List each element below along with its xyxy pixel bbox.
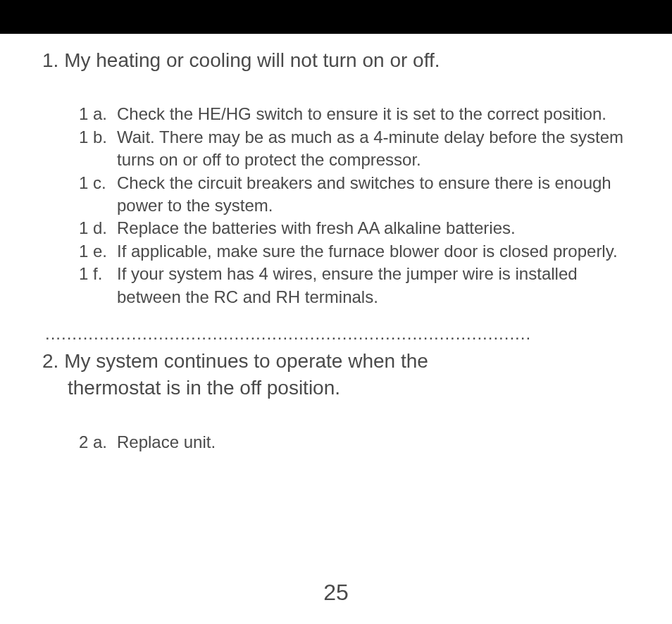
list-item: 1 c. Check the circuit breakers and swit… <box>79 172 630 218</box>
item-text: If your system has 4 wires, ensure the j… <box>117 263 630 308</box>
item-text: Replace unit. <box>117 431 630 454</box>
item-label: 1 f. <box>79 263 117 308</box>
item-label: 1 a. <box>79 103 117 125</box>
item-text: If applicable, make sure the furnace blo… <box>117 240 630 263</box>
item-text: Check the HE/HG switch to ensure it is s… <box>117 103 630 125</box>
page-content: 1. My heating or cooling will not turn o… <box>0 34 672 454</box>
section-1-items: 1 a. Check the HE/HG switch to ensure it… <box>42 103 630 308</box>
section-divider: ........................................… <box>42 324 630 344</box>
section-2-title-line2: thermostat is in the off position. <box>42 375 630 401</box>
item-text: Wait. There may be as much as a 4-minute… <box>117 126 630 172</box>
section-1-title-text: My heating or cooling will not turn on o… <box>64 49 440 71</box>
list-item: 1 b. Wait. There may be as much as a 4-m… <box>79 126 630 172</box>
item-label: 1 d. <box>79 217 117 239</box>
section-1-number: 1. <box>42 49 58 71</box>
page-number: 25 <box>0 580 672 606</box>
section-2-title: 2. My system continues to operate when t… <box>42 348 630 401</box>
item-label: 1 e. <box>79 240 117 263</box>
list-item: 1 e. If applicable, make sure the furnac… <box>79 240 630 263</box>
item-label: 2 a. <box>79 431 117 454</box>
header-bar <box>0 0 672 34</box>
list-item: 1 f. If your system has 4 wires, ensure … <box>79 263 630 308</box>
list-item: 2 a. Replace unit. <box>79 431 630 454</box>
list-item: 1 d. Replace the batteries with fresh AA… <box>79 217 630 239</box>
section-2-number: 2. <box>42 350 58 372</box>
section-1-title: 1. My heating or cooling will not turn o… <box>42 48 630 73</box>
item-label: 1 c. <box>79 172 117 218</box>
section-2-items: 2 a. Replace unit. <box>42 431 630 454</box>
item-text: Replace the batteries with fresh AA alka… <box>117 217 630 239</box>
section-2-title-line1: My system continues to operate when the <box>64 350 428 372</box>
item-text: Check the circuit breakers and switches … <box>117 172 630 218</box>
list-item: 1 a. Check the HE/HG switch to ensure it… <box>79 103 630 125</box>
item-label: 1 b. <box>79 126 117 172</box>
